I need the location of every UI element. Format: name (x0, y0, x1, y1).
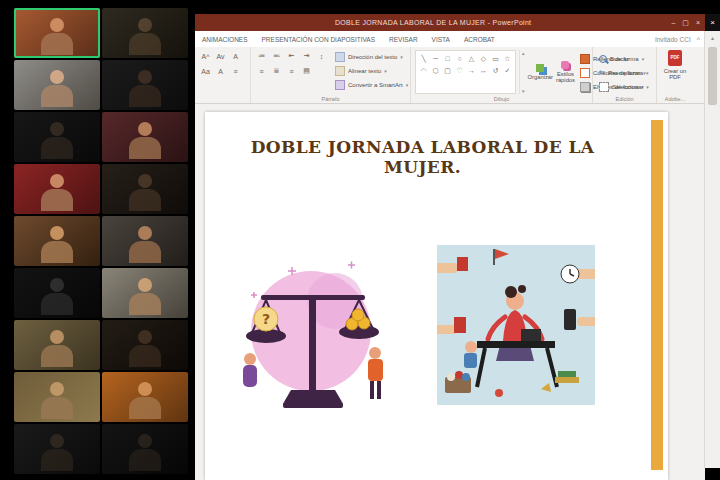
person-silhouette (138, 122, 152, 136)
shapes-gallery-scroll[interactable]: ▴ ▾ (519, 50, 525, 94)
create-pdf-button[interactable]: PDF Crear un PDF (661, 50, 689, 81)
ribbon: A^AvA AaA≡ ≔≕⇤⇥↕ ≡≣≡▤ Dirección del text… (195, 47, 705, 104)
replace-icon: ⇆ (599, 69, 605, 77)
find-button[interactable]: Buscar (597, 52, 653, 65)
person-silhouette (50, 278, 64, 292)
font-icon[interactable]: A^ (199, 50, 212, 62)
convert-smartart-button[interactable]: Convertir a SmartArt ▾ (333, 78, 410, 91)
close-icon[interactable]: × (705, 14, 720, 31)
font-icon[interactable]: Av (214, 50, 227, 62)
participant-video[interactable] (102, 424, 188, 474)
shape-gallery-item[interactable]: ↔ (478, 65, 489, 76)
scrollbar-up-icon[interactable]: ▴ (705, 34, 720, 41)
font-icon[interactable]: A (214, 65, 227, 77)
participant-video[interactable] (102, 372, 188, 422)
paragraph-icon[interactable]: ⇤ (285, 50, 298, 62)
shapes-row1: ╲─□○△◇▭☆ (418, 53, 513, 64)
slide-image-balance-scale[interactable]: ? (233, 243, 392, 414)
paragraph-icon[interactable]: ≕ (270, 50, 283, 62)
paragraph-icon[interactable]: ≔ (255, 50, 268, 62)
ribbon-tabs-list: ANIMACIONESPRESENTACIÓN CON DIAPOSITIVAS… (195, 36, 502, 43)
shape-gallery-item[interactable]: ✓ (502, 65, 513, 76)
participant-video[interactable] (14, 164, 100, 214)
participant-video[interactable] (14, 320, 100, 370)
ribbon-tab[interactable]: VISTA (425, 36, 457, 43)
shape-gallery-item[interactable]: ▭ (490, 53, 501, 64)
slide-title[interactable]: DOBLE JORNADA LABORAL DE LA MUJER. (225, 138, 620, 177)
scroll-up-icon[interactable]: ▴ (522, 50, 525, 56)
participant-video[interactable] (102, 216, 188, 266)
shape-gallery-item[interactable]: ╲ (418, 53, 429, 64)
account-label[interactable]: Invitado CCI (655, 36, 691, 43)
slide-workspace: DOBLE JORNADA LABORAL DE LA MUJER. (195, 104, 705, 480)
participant-video[interactable] (14, 372, 100, 422)
shape-gallery-item[interactable]: ◇ (478, 53, 489, 64)
paragraph-icon[interactable]: ▤ (300, 65, 313, 77)
participant-grid (14, 8, 192, 474)
replace-button[interactable]: ⇆ Reemplazar ▾ (597, 66, 653, 79)
paragraph-icon[interactable]: ≡ (255, 65, 268, 77)
group-label-paragraph: Párrafo (251, 96, 410, 102)
window-control-button[interactable]: – (671, 19, 675, 27)
participant-video[interactable] (14, 8, 100, 58)
shape-gallery-item[interactable]: ♡ (454, 65, 465, 76)
participant-video[interactable] (14, 424, 100, 474)
font-icon[interactable]: ≡ (229, 65, 242, 77)
ribbon-tab[interactable]: ACROBAT (457, 36, 502, 43)
shape-gallery-item[interactable]: ↺ (490, 65, 501, 76)
font-icon[interactable]: A (229, 50, 242, 62)
group-label-adobe: Adobe... (657, 96, 693, 102)
group-label-editing: Edición (593, 96, 656, 102)
ribbon-group-paragraph: ≔≕⇤⇥↕ ≡≣≡▤ Dirección del texto ▾ Alinear… (251, 47, 411, 103)
scroll-down-icon[interactable]: ▾ (522, 88, 525, 94)
person-silhouette (138, 18, 152, 32)
participant-video[interactable] (102, 320, 188, 370)
ribbon-tab[interactable]: PRESENTACIÓN CON DIAPOSITIVAS (255, 36, 383, 43)
participant-video[interactable] (14, 112, 100, 162)
shape-gallery-item[interactable]: ⬡ (430, 65, 441, 76)
collapse-ribbon-icon[interactable]: ^ (697, 36, 700, 43)
participant-video[interactable] (14, 268, 100, 318)
shape-outline-icon (580, 68, 590, 78)
participant-video[interactable] (102, 112, 188, 162)
paragraph-icon[interactable]: ≣ (270, 65, 283, 77)
chevron-down-icon: ▾ (646, 84, 649, 90)
shape-gallery-item[interactable]: △ (466, 53, 477, 64)
ribbon-tab[interactable]: REVISAR (382, 36, 425, 43)
shape-gallery-item[interactable]: → (466, 65, 477, 76)
shape-gallery-item[interactable]: □ (442, 53, 453, 64)
scrollbar-thumb[interactable] (708, 47, 717, 105)
ribbon-tab[interactable]: ANIMACIONES (195, 36, 255, 43)
shape-gallery-item[interactable]: ▢ (442, 65, 453, 76)
participant-video[interactable] (14, 60, 100, 110)
quick-styles-button[interactable]: Estilos rápidos (556, 50, 575, 94)
participant-video[interactable] (102, 268, 188, 318)
powerpoint-titlebar: DOBLE JORNADA LABORAL DE LA MUJER - Powe… (195, 14, 705, 31)
window-control-button[interactable]: × (696, 19, 700, 27)
participant-video[interactable] (14, 216, 100, 266)
vertical-scrollbar[interactable]: ▴ (704, 31, 720, 468)
participant-video[interactable] (102, 8, 188, 58)
arrange-button[interactable]: Organizar (528, 50, 553, 94)
paragraph-icon[interactable]: ⇥ (300, 50, 313, 62)
font-icon[interactable]: Aa (199, 65, 212, 77)
paragraph-icon[interactable]: ≡ (285, 65, 298, 77)
shape-gallery-item[interactable]: ☆ (502, 53, 513, 64)
shape-gallery-item[interactable]: ○ (454, 53, 465, 64)
select-button[interactable]: Seleccionar ▾ (597, 80, 653, 93)
shapes-gallery: ╲─□○△◇▭☆ ◠⬡▢♡→↔↺✓ (415, 50, 516, 94)
slide-image-multitasking-woman[interactable] (437, 245, 595, 405)
person-silhouette (50, 382, 64, 396)
person-silhouette (138, 226, 152, 240)
participant-video[interactable] (102, 60, 188, 110)
shape-gallery-item[interactable]: ◠ (418, 65, 429, 76)
slide[interactable]: DOBLE JORNADA LABORAL DE LA MUJER. (205, 112, 668, 480)
text-direction-button[interactable]: Dirección del texto ▾ (333, 50, 410, 63)
shape-gallery-item[interactable]: ─ (430, 53, 441, 64)
arrange-icon (536, 64, 544, 72)
participant-video[interactable] (102, 164, 188, 214)
window-control-button[interactable]: ▢ (682, 19, 689, 27)
align-text-button[interactable]: Alinear texto ▾ (333, 64, 410, 77)
paragraph-icon[interactable]: ↕ (315, 50, 328, 62)
paragraph-icons-row2: ≡≣≡▤ (255, 65, 328, 77)
